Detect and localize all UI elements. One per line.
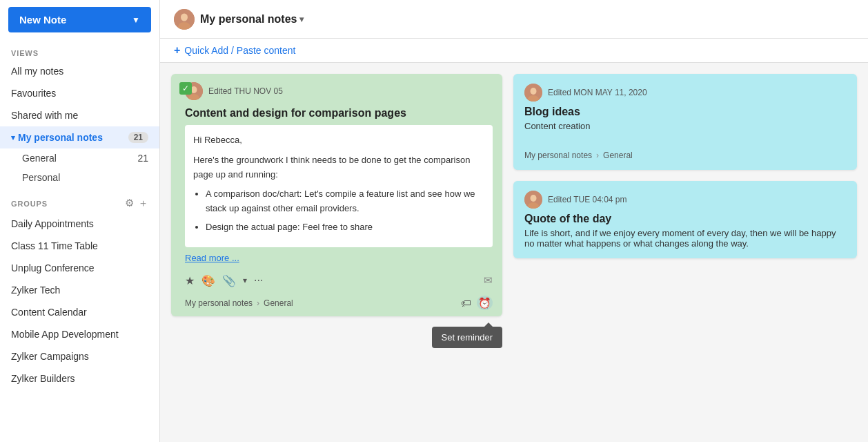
sidebar-item-label: General — [22, 153, 57, 164]
read-more-link[interactable]: Read more ... — [175, 247, 502, 269]
note-bottom-actions: 🏷 ⏰ — [461, 297, 493, 309]
groups-section-label: GROUPS — [11, 200, 48, 208]
card-edited-date: Edited TUE 04:04 pm — [548, 195, 627, 204]
breadcrumb-section: General — [603, 151, 633, 160]
sidebar-item-label: All my notes — [11, 66, 63, 77]
note-card-quote: Edited TUE 04:04 pm Quote of the day Lif… — [513, 181, 857, 258]
note-greeting: Hi Rebecca, — [193, 133, 484, 148]
sidebar-item-zylker-campaigns[interactable]: Zylker Campaigns — [0, 345, 159, 367]
sidebar-item-label: Personal — [22, 172, 60, 183]
notebook-title-text: My personal notes — [200, 13, 297, 26]
sidebar-item-label: Shared with me — [11, 110, 78, 121]
attach-chevron-icon[interactable]: ▾ — [243, 276, 247, 285]
svg-point-10 — [531, 195, 537, 202]
breadcrumb-section: General — [264, 298, 293, 308]
sidebar-item-mobile-app[interactable]: Mobile App Development — [0, 323, 159, 345]
breadcrumb-arrow: › — [257, 298, 259, 308]
note-bullet-1: A comparison doc/chart: Let's compile a … — [206, 187, 484, 216]
breadcrumb-notebook: My personal notes — [185, 298, 253, 308]
breadcrumb-arrow: › — [596, 151, 599, 160]
quick-add-label: Quick Add / Paste content — [184, 45, 295, 56]
sidebar-item-label: Mobile App Development — [11, 329, 119, 340]
card-header: Edited TUE 04:04 pm — [524, 191, 846, 209]
note-body: Hi Rebecca, Here's the groundwork I thin… — [185, 125, 493, 247]
groups-settings-icon[interactable]: ⚙ — [125, 197, 134, 210]
groups-add-icon[interactable]: ＋ — [138, 197, 148, 210]
notes-area: ✓ Edited THU NOV 05 Content and design f… — [160, 63, 868, 442]
expand-icon: ▾ — [11, 133, 15, 142]
sidebar-item-label: Favourites — [11, 88, 56, 99]
sidebar-item-daily-appointments[interactable]: Daily Appointments — [0, 213, 159, 235]
note-card-blog-ideas: Edited MON MAY 11, 2020 Blog ideas Conte… — [513, 74, 857, 170]
main-content: My personal notes ▾ + Quick Add / Paste … — [160, 0, 868, 442]
views-section-label: VIEWS — [0, 39, 159, 60]
card-breadcrumb: My personal notes › General — [524, 151, 846, 160]
sidebar-item-label: Daily Appointments — [11, 218, 94, 229]
more-options-icon[interactable]: ··· — [254, 274, 263, 287]
note-avatar — [524, 84, 542, 102]
general-count-badge: 21 — [137, 153, 148, 164]
sidebar-item-label: Zylker Campaigns — [11, 351, 89, 362]
note-checked-icon[interactable]: ✓ — [179, 82, 192, 95]
card-body: Content creation — [524, 121, 846, 131]
new-note-label: New Note — [19, 14, 66, 26]
sidebar-item-shared-with-me[interactable]: Shared with me — [0, 104, 159, 126]
sidebar-item-label: Zylker Tech — [11, 285, 60, 296]
card-title: Quote of the day — [524, 213, 846, 225]
card-body: Life is short, and if we enjoy every mom… — [524, 228, 846, 249]
note-title: Content and design for comparison pages — [175, 104, 502, 125]
sidebar-subitem-general[interactable]: General 21 — [0, 148, 159, 168]
right-column: Edited MON MAY 11, 2020 Blog ideas Conte… — [513, 74, 857, 258]
attach-icon[interactable]: 📎 — [222, 274, 236, 287]
sidebar-item-all-my-notes[interactable]: All my notes — [0, 60, 159, 82]
tag-icon[interactable]: 🏷 — [461, 297, 471, 309]
note-body-text: Here's the groundwork I think needs to b… — [193, 153, 484, 182]
sidebar-item-label: Class 11 Time Table — [11, 240, 98, 251]
note-action-bar: ★ 🎨 📎 ▾ ··· — [185, 274, 263, 287]
sidebar-item-zylker-tech[interactable]: Zylker Tech — [0, 279, 159, 301]
sidebar-item-content-calendar[interactable]: Content Calendar — [0, 301, 159, 323]
breadcrumb-notebook: My personal notes — [524, 151, 592, 160]
plus-icon: + — [174, 44, 180, 57]
note-edited-date: Edited THU NOV 05 — [208, 86, 283, 96]
note-card-header: Edited THU NOV 05 — [175, 74, 502, 104]
groups-actions: ⚙ ＋ — [125, 197, 148, 210]
star-icon[interactable]: ★ — [185, 274, 195, 287]
sidebar-item-label: Content Calendar — [11, 307, 87, 318]
sidebar-subitem-personal[interactable]: Personal — [0, 168, 159, 187]
note-bullet-2: Design the actual page: Feel free to sha… — [206, 220, 484, 235]
note-avatar — [524, 191, 542, 209]
card-title: Blog ideas — [524, 106, 846, 118]
sidebar-item-unplug-conference[interactable]: Unplug Conference — [0, 257, 159, 279]
card-edited-date: Edited MON MAY 11, 2020 — [548, 88, 647, 97]
note-breadcrumb: My personal notes › General 🏷 ⏰ — [175, 293, 502, 316]
sidebar-item-class-timetable[interactable]: Class 11 Time Table — [0, 235, 159, 257]
notes-count-badge: 21 — [128, 132, 148, 143]
quick-add-bar[interactable]: + Quick Add / Paste content — [160, 39, 868, 63]
palette-icon[interactable]: 🎨 — [201, 274, 215, 287]
sidebar-item-favourites[interactable]: Favourites — [0, 82, 159, 104]
email-icon[interactable]: ✉ — [484, 274, 493, 287]
card-header: Edited MON MAY 11, 2020 — [524, 84, 846, 102]
set-reminder-tooltip: Set reminder — [432, 327, 502, 348]
sidebar: New Note ▼ VIEWS All my notes Favourites… — [0, 0, 160, 442]
new-note-button[interactable]: New Note ▼ — [8, 7, 151, 32]
sidebar-item-label: Zylker Builders — [11, 373, 75, 384]
chevron-down-icon: ▾ — [299, 15, 304, 24]
sidebar-item-label: Unplug Conference — [11, 262, 95, 273]
main-header: My personal notes ▾ — [160, 0, 868, 39]
sidebar-item-my-personal-notes[interactable]: ▾ My personal notes 21 — [0, 126, 159, 148]
groups-section-header: GROUPS ⚙ ＋ — [0, 187, 159, 213]
notebook-title[interactable]: My personal notes ▾ — [200, 13, 304, 26]
sidebar-item-label: My personal notes — [18, 132, 128, 143]
chevron-down-icon: ▼ — [132, 15, 140, 25]
svg-point-1 — [181, 13, 188, 21]
note-card-main: ✓ Edited THU NOV 05 Content and design f… — [171, 74, 502, 316]
reminder-icon[interactable]: ⏰ — [477, 296, 493, 310]
sidebar-item-zylker-builders[interactable]: Zylker Builders — [0, 367, 159, 390]
note-footer: ★ 🎨 📎 ▾ ··· ✉ — [175, 269, 502, 293]
avatar — [174, 9, 195, 30]
svg-point-7 — [531, 88, 537, 95]
